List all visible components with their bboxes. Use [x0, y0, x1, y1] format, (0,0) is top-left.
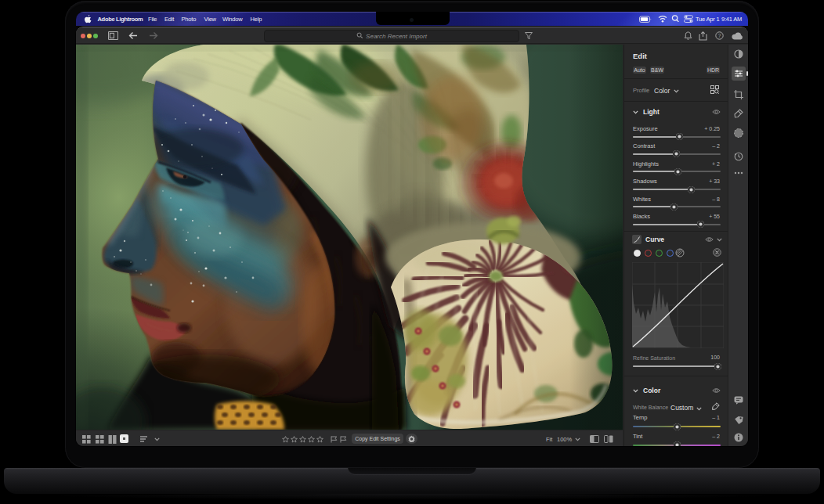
svg-text:?: ? — [718, 33, 721, 38]
